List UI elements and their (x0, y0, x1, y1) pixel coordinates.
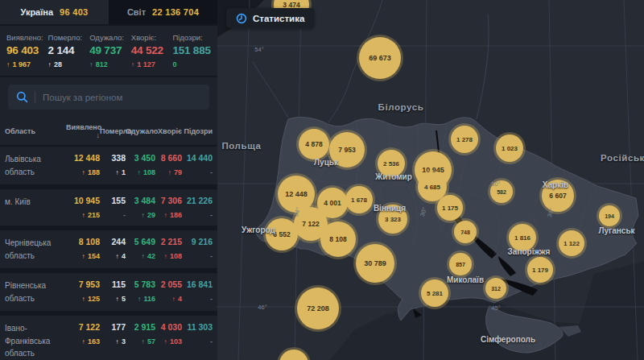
cell-Підозри: 11 303- (182, 322, 213, 360)
map-bubble[interactable]: 72 208 (297, 288, 339, 329)
cell-value: 21 226 (182, 196, 213, 205)
map-bubble[interactable]: 7 953 (329, 132, 365, 168)
map-bubble[interactable]: 30 789 (356, 244, 394, 283)
cell-Одужало: 2 915↑ 57 (126, 322, 155, 360)
column-header-3[interactable]: Одужало (126, 127, 155, 135)
stat-label: Підозри: (172, 33, 214, 42)
stat-delta: ↑ 28 (48, 60, 90, 68)
map-bubble[interactable]: 4 878 (299, 129, 329, 159)
map-bubble[interactable]: 2 536 (378, 150, 405, 177)
cell-delta: - (182, 168, 213, 176)
cell-value: 10 945 (66, 196, 100, 205)
map-bubble[interactable]: 748 (454, 221, 477, 243)
cell-delta: ↑ 188 (66, 168, 100, 176)
column-header-0[interactable]: Область (5, 127, 66, 135)
map-bubble[interactable]: 312 (485, 278, 506, 299)
cell-Підозри: 14 440- (182, 153, 213, 178)
tab-ukraine-value: 96 403 (60, 7, 88, 17)
cell-delta: ↑ 79 (155, 168, 182, 176)
tab-world[interactable]: Світ 22 136 704 (109, 0, 217, 24)
map-bubble[interactable]: 1 678 (345, 186, 373, 213)
stat-3: Хворіє:44 522↑ 1 127 (131, 33, 173, 68)
map-bubble[interactable]: 1 816 (509, 224, 536, 251)
stat-value: 49 737 (89, 44, 131, 56)
cell-delta: ↑ 5 (100, 295, 126, 303)
cell-Померло: 155- (100, 196, 126, 219)
cell-delta: ↑ 29 (126, 211, 155, 219)
cell-delta: ↑ 3 (100, 337, 126, 346)
cell-value: 244 (100, 237, 126, 246)
map-bubble[interactable]: 3 323 (378, 205, 407, 234)
table-row[interactable]: Львівська область12 448↑ 188338↑ 13 450↑… (0, 147, 217, 184)
cell-Померло: 338↑ 1 (100, 153, 126, 178)
stat-delta: ↑ 1 127 (131, 60, 173, 68)
cell-value: 155 (100, 196, 126, 205)
cell-delta: - (100, 211, 126, 219)
column-header-5[interactable]: Підозри (182, 127, 213, 135)
map-bubble[interactable]: 194 (599, 205, 620, 226)
cell-delta: ↑ 163 (66, 337, 100, 346)
map-bubble[interactable]: 1 179 (527, 257, 553, 283)
cell-delta: ↑ 1 (100, 168, 126, 176)
cell-value: 338 (100, 153, 126, 163)
column-header-2[interactable]: Померло (100, 127, 126, 135)
table-row[interactable]: Рівненська область7 953↑ 125115↑ 55 783↑… (0, 273, 217, 311)
cell-Виявлено: 10 945↑ 215 (66, 196, 100, 219)
cell-delta: ↑ 154 (66, 252, 100, 260)
cell-value: 4 030 (155, 322, 182, 332)
cell-Померло: 177↑ 3 (100, 322, 126, 360)
statistics-button[interactable]: Статистика (226, 8, 314, 28)
stat-delta: 0 (172, 60, 214, 68)
map-bubble[interactable]: 6 607 (542, 180, 574, 212)
map-bubble[interactable]: 69 673 (359, 37, 401, 79)
table-row[interactable]: м. Київ10 945↑ 215155-3 484↑ 297 306↑ 18… (0, 189, 217, 226)
search-box[interactable] (8, 85, 209, 110)
map-bubble[interactable]: 6 552 (266, 218, 298, 250)
table-row[interactable]: Івано-Франківська область7 122↑ 163177↑ … (0, 316, 217, 360)
column-header-1[interactable]: Виявлено ↓ (66, 123, 100, 139)
cell-Хворіє: 8 660↑ 79 (155, 153, 182, 178)
cell-delta: - (182, 337, 213, 346)
cell-value: 14 440 (182, 153, 213, 163)
stat-2: Одужало:49 737↑ 812 (89, 33, 131, 68)
cell-delta: ↑ 4 (155, 295, 182, 303)
graticule-label: 46° (258, 304, 266, 311)
map-bubble[interactable]: 1 175 (437, 195, 463, 221)
cell-delta: - (182, 211, 213, 219)
search-icon (16, 91, 28, 103)
region-table: Львівська область12 448↑ 188338↑ 13 450↑… (0, 145, 217, 360)
cell-delta: ↑ 4 (100, 252, 126, 260)
cell-delta: ↑ 108 (126, 168, 155, 176)
tab-ukraine[interactable]: Україна 96 403 (0, 0, 109, 24)
tab-world-value: 22 136 704 (152, 7, 199, 17)
cell-delta: ↑ 215 (66, 211, 100, 219)
map-bubble[interactable]: 8 108 (320, 221, 356, 257)
cell-value: 2 215 (155, 237, 182, 246)
stat-4: Підозри:151 8850 (172, 33, 214, 68)
ukraine-map[interactable]: Статистика 3 47469 6734 8787 9532 5361 2… (217, 0, 644, 360)
stat-label: Виявлено: (6, 33, 48, 42)
map-bubble[interactable]: 1 023 (496, 134, 523, 162)
column-header-4[interactable]: Хворіє (155, 127, 182, 135)
cell-value: 115 (100, 279, 126, 289)
map-bubble[interactable]: 5 281 (421, 279, 448, 307)
cell-value: 8 108 (66, 237, 100, 246)
cell-value: 9 216 (182, 237, 213, 246)
search-divider (35, 91, 35, 103)
cell-delta: - (182, 295, 213, 303)
table-header: ОбластьВиявлено ↓ПомерлоОдужалоХворієПід… (0, 118, 217, 145)
map-bubble[interactable]: 1 122 (559, 230, 584, 256)
cell-Хворіє: 4 030↑ 103 (155, 322, 182, 360)
table-row[interactable]: Чернівецька область8 108↑ 154244↑ 45 649… (0, 230, 217, 268)
map-bubble[interactable]: 1 278 (451, 126, 478, 153)
cell-delta: - (182, 252, 213, 260)
cell-Хворіє: 2 215↑ 108 (155, 237, 182, 262)
stat-value: 44 522 (131, 44, 173, 56)
map-bubble[interactable]: 857 (449, 253, 472, 275)
search-input[interactable] (43, 93, 201, 102)
cell-delta: ↑ 103 (155, 337, 182, 346)
graticule-label: 45° (491, 304, 500, 312)
cell-value: 7 122 (66, 322, 100, 332)
cell-Підозри: 16 841- (182, 279, 213, 304)
stat-delta: ↑ 1 967 (6, 60, 48, 68)
